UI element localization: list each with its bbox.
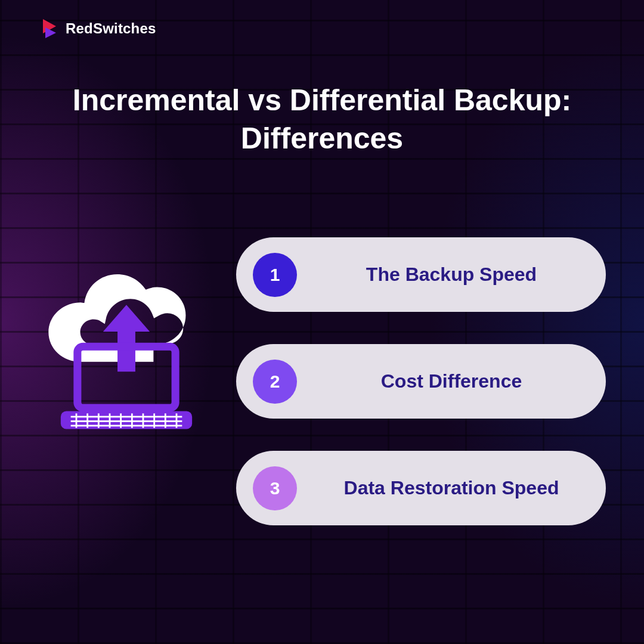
play-icon xyxy=(41,18,58,39)
differences-list: 1 The Backup Speed 2 Cost Difference 3 D… xyxy=(236,237,606,525)
list-item: 1 The Backup Speed xyxy=(236,237,606,312)
list-item: 3 Data Restoration Speed xyxy=(236,451,606,525)
item-label: The Backup Speed xyxy=(321,264,582,286)
item-number-badge: 1 xyxy=(253,253,297,297)
item-label: Data Restoration Speed xyxy=(321,477,582,499)
brand-name: RedSwitches xyxy=(66,20,156,37)
list-item: 2 Cost Difference xyxy=(236,344,606,419)
item-number-badge: 3 xyxy=(253,466,297,510)
item-number-badge: 2 xyxy=(253,360,297,404)
cloud-upload-laptop-icon xyxy=(43,274,210,441)
item-label: Cost Difference xyxy=(321,370,582,392)
page-title: Incremental vs Differential Backup: Diff… xyxy=(48,81,596,157)
brand-logo: RedSwitches xyxy=(41,18,156,39)
